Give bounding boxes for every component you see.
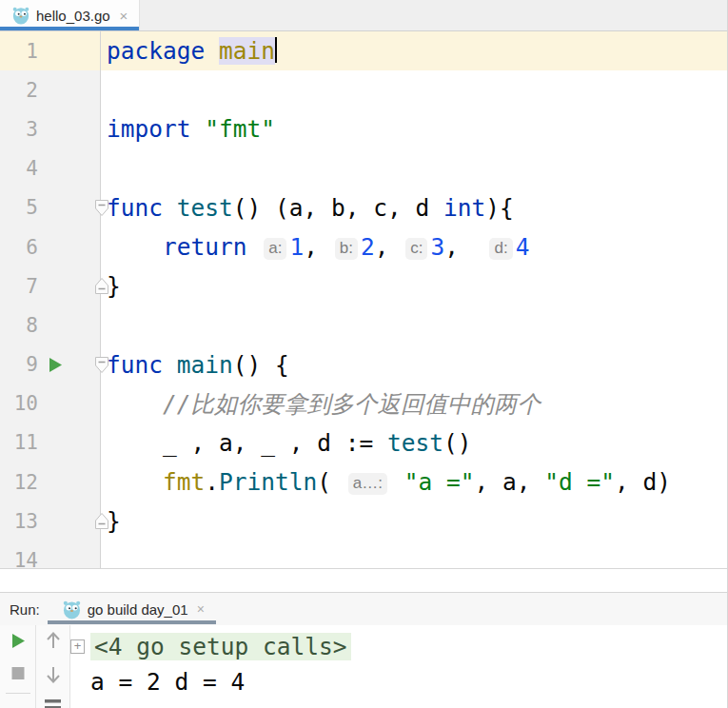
code-token: . [205,468,219,496]
editor-line-9[interactable]: 9func main() { [0,345,727,384]
run-tab-go-build-day-01[interactable]: go build day_01 × [48,593,216,625]
line-number: 2 [0,79,38,102]
code-token: import [107,115,205,143]
code-token: "fmt" [205,115,275,143]
output-text: a = 2 d = 4 [90,668,245,696]
gutter: 13 [0,502,101,541]
stop-button[interactable] [10,666,25,680]
code-token: 3 [430,233,444,261]
fold-marker-down-icon[interactable] [72,356,101,374]
code-token: int [443,194,485,222]
code-token: , [304,233,332,261]
line-number: 9 [0,353,38,376]
gutter: 14 [0,541,101,568]
code-token: () [443,429,472,457]
editor-line-3[interactable]: 3import "fmt" [0,109,727,148]
line-number: 12 [0,471,38,494]
editor-line-11[interactable]: 11 _ , a, _ , d := test() [0,423,727,462]
code-text: func main() { [101,345,289,384]
editor-line-4[interactable]: 4 [0,149,727,188]
code-token: , [444,233,486,261]
line-number: 13 [0,510,38,533]
output-line: a = 2 d = 4 [70,664,727,699]
line-number: 5 [0,196,38,219]
line-number: 7 [0,275,38,298]
gutter: 10 [0,384,101,423]
close-tab-icon[interactable]: × [120,8,128,24]
code-token: 2 [361,233,375,261]
code-text [101,70,107,109]
code-token [390,468,404,496]
fold-marker-up-icon[interactable] [72,277,101,295]
tab-hello-03-go[interactable]: hello_03.go × [0,0,140,30]
run-panel-body: +<4 go setup calls>a = 2 d = 4 [0,625,727,708]
gutter: 11 [0,423,101,462]
fold-marker-up-icon[interactable] [72,512,101,530]
down-arrow-icon[interactable] [44,663,63,686]
expand-fold-icon[interactable]: + [70,639,85,654]
inlay-hint: b: [335,238,358,260]
active-tab-underline [0,27,139,30]
code-text [101,541,107,568]
code-token: , d) [615,468,671,496]
editor-line-8[interactable]: 8 [0,305,727,344]
gutter: 3 [0,109,101,148]
code-token: "a =" [404,468,475,496]
editor-line-10[interactable]: 10 //比如你要拿到多个返回值中的两个 [0,384,727,423]
inlay-hint: d: [489,238,512,260]
run-toolbar-column-2 [36,625,70,708]
fold-marker-down-icon[interactable] [72,199,101,217]
editor-line-6[interactable]: 6 return a:1, b:2, c:3, d:4 [0,227,727,266]
editor-line-7[interactable]: 7} [0,266,727,305]
up-arrow-icon[interactable] [44,629,63,652]
editor-tab-bar: hello_03.go × [0,0,727,31]
go-gopher-icon [63,600,81,620]
gutter: 1 [0,31,101,70]
code-token [107,390,163,418]
editor-bottom-strip [0,568,727,593]
line-number: 6 [0,236,38,259]
editor-line-5[interactable]: 5func test() (a, b, c, d int){ [0,188,727,227]
editor-line-2[interactable]: 2 [0,70,727,109]
code-token: Println [219,468,317,496]
run-panel-label: Run: [10,601,40,618]
run-toolbar [0,625,70,708]
gutter: 6 [0,227,101,266]
editor-line-13[interactable]: 13} [0,502,727,541]
editor-line-1[interactable]: 1package main [0,31,727,70]
inlay-hint: a: [264,238,286,260]
line-number: 11 [0,431,38,454]
code-token: func [107,194,177,222]
inlay-hint: a…: [348,473,387,495]
code-token [107,233,163,261]
editor-line-12[interactable]: 12 fmt.Println( a…: "a =", a, "d =", d) [0,462,727,502]
code-text: //比如你要拿到多个返回值中的两个 [101,384,541,423]
line-number: 4 [0,157,38,180]
editor-line-14[interactable]: 14 [0,541,727,568]
run-main-gutter-button[interactable] [38,356,72,374]
gutter: 7 [0,266,101,305]
gutter: 5 [0,188,101,227]
code-token: "d =" [544,468,615,496]
inlay-hint: c: [405,238,427,260]
close-run-tab-icon[interactable]: × [197,601,205,617]
run-tab-title: go build day_01 [88,601,188,618]
toolbar-divider [6,693,30,694]
code-token: test [387,429,443,457]
code-token: () { [233,351,289,379]
code-token [107,468,163,496]
code-token: _ , a, _ , d := [107,429,387,457]
tab-title: hello_03.go [36,8,110,24]
code-editor[interactable]: 1package main23import "fmt"45func test()… [0,31,727,568]
code-token: () (a, b, c, d [233,194,443,222]
gutter: 9 [0,345,101,384]
code-text: import "fmt" [101,109,275,148]
code-token: ( [317,468,345,496]
output-line: +<4 go setup calls> [70,629,727,664]
soft-wrap-icon[interactable] [43,699,64,708]
console-output[interactable]: +<4 go setup calls>a = 2 d = 4 [70,625,727,699]
line-number: 14 [0,549,38,568]
ide-window: hello_03.go × 1package main23import "fmt… [0,0,728,708]
run-tab-underline [48,620,216,624]
rerun-button[interactable] [10,632,27,650]
